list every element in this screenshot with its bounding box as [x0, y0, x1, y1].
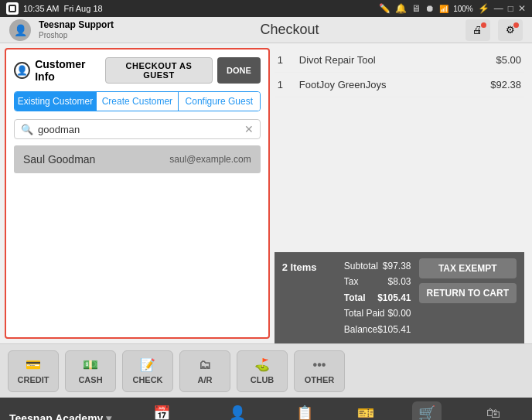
- club-icon: ⛳: [254, 357, 270, 372]
- payment-check-button[interactable]: 📝 CHECK: [122, 350, 173, 392]
- customer-result-row[interactable]: Saul Goodman saul@example.com: [14, 145, 261, 173]
- tab-configure-guest[interactable]: Configure Guest: [179, 92, 260, 111]
- cash-icon: 💵: [83, 357, 98, 372]
- tax-row: Tax $8.03: [344, 274, 411, 289]
- ar-label: A/R: [198, 375, 213, 384]
- subtotal-row: Subtotal $97.38: [344, 258, 411, 274]
- shop-name-chevron: ▾: [106, 412, 111, 420]
- total-value: $105.41: [377, 290, 411, 306]
- app-logo: [6, 2, 19, 15]
- customer-info-header: 👤 Customer Info CHECKOUT AS GUEST DONE: [14, 57, 261, 84]
- checkout-as-guest-button[interactable]: CHECKOUT AS GUEST: [105, 57, 213, 84]
- credit-label: CREDIT: [18, 375, 49, 384]
- customer-info-panel: 👤 Customer Info CHECKOUT AS GUEST DONE E…: [5, 48, 270, 339]
- item-name-1: FootJoy GreenJoys: [299, 79, 490, 90]
- tickets-icon: 🎫: [357, 405, 374, 420]
- shop-name[interactable]: Teesnap Academy: [9, 412, 103, 420]
- nav-purchases[interactable]: 🛍 Purchases: [469, 402, 518, 421]
- cash-label: CASH: [78, 375, 102, 384]
- nav-tickets[interactable]: 🎫 Tickets: [347, 401, 384, 420]
- balance-label: Balance: [344, 322, 377, 337]
- item-qty-0: 1: [278, 54, 293, 66]
- ar-icon: 🗂: [199, 358, 211, 372]
- item-qty-1: 1: [278, 79, 293, 90]
- bolt-icon: ⚡: [478, 3, 489, 14]
- tabs-icon: 📋: [296, 405, 313, 420]
- clear-search-icon[interactable]: ✕: [244, 123, 254, 135]
- bell-icon: 🔔: [395, 3, 407, 14]
- customer-info-label: Customer Info: [35, 58, 105, 83]
- item-price-0: $5.00: [496, 54, 521, 66]
- display-icon: 🖥: [411, 3, 421, 14]
- close-icon[interactable]: ✕: [518, 3, 526, 14]
- other-label: OTHER: [305, 375, 335, 384]
- return-to-cart-button[interactable]: RETURN TO CART: [419, 283, 517, 303]
- menu-bar: 👤 Teesnap Support Proshop Checkout 🖨 ⚙: [0, 17, 532, 43]
- cart-summary: 2 Items Subtotal $97.38 Tax $8.03 Total …: [275, 252, 524, 343]
- user-avatar: 👤: [9, 19, 31, 41]
- balance-value: $105.41: [377, 322, 411, 337]
- done-button[interactable]: DONE: [217, 57, 261, 84]
- payment-other-button[interactable]: ••• OTHER: [294, 350, 345, 392]
- main-content: 👤 Customer Info CHECKOUT AS GUEST DONE E…: [0, 43, 532, 343]
- nav-tabs[interactable]: 📋 Tabs: [290, 401, 319, 420]
- total-label: Total: [344, 290, 366, 306]
- search-input[interactable]: [38, 124, 244, 135]
- cart-item-1: 1 FootJoy GreenJoys $92.38: [275, 73, 524, 97]
- page-title: Checkout: [261, 22, 319, 38]
- payment-club-button[interactable]: ⛳ CLUB: [237, 350, 288, 392]
- print-button[interactable]: 🖨: [466, 19, 490, 41]
- total-paid-value: $0.00: [388, 306, 411, 321]
- cart-panel: 1 Divot Repair Tool $5.00 1 FootJoy Gree…: [275, 43, 532, 343]
- wifi-icon: 📶: [439, 5, 448, 13]
- check-label: CHECK: [132, 375, 162, 384]
- pencil-icon: ✏️: [379, 3, 390, 14]
- other-icon: •••: [313, 358, 326, 372]
- customer-name: Saul Goodman: [23, 153, 95, 166]
- tax-value: $8.03: [388, 274, 411, 289]
- payment-bar: 💳 CREDIT 💵 CASH 📝 CHECK 🗂 A/R ⛳ CLUB •••…: [0, 343, 532, 398]
- customers-icon: 👤: [229, 405, 246, 420]
- total-paid-label: Total Paid: [344, 306, 385, 321]
- credit-icon: 💳: [26, 357, 41, 372]
- club-label: CLUB: [251, 375, 275, 384]
- tax-label: Tax: [344, 274, 359, 289]
- date-display: Fri Aug 18: [63, 4, 102, 13]
- search-box: 🔍 ✕: [14, 119, 261, 139]
- tab-existing-customer[interactable]: Existing Customer: [15, 92, 97, 111]
- check-icon: 📝: [140, 357, 155, 372]
- item-name-0: Divot Repair Tool: [299, 54, 496, 66]
- item-price-1: $92.38: [490, 79, 521, 90]
- tax-exempt-button[interactable]: TAX EXEMPT: [419, 258, 517, 278]
- subtotal-value: $97.38: [383, 258, 411, 274]
- payment-cash-button[interactable]: 💵 CASH: [65, 350, 116, 392]
- maximize-icon[interactable]: □: [508, 3, 513, 14]
- nav-customers[interactable]: 👤 Customers: [213, 401, 262, 420]
- cart-item-0: 1 Divot Repair Tool $5.00: [275, 48, 524, 73]
- summary-details: Subtotal $97.38 Tax $8.03 Total $105.41 …: [344, 258, 411, 337]
- shop-name-container: Teesnap Academy ▾: [0, 412, 124, 420]
- record-icon: ⏺: [425, 3, 435, 14]
- cart-icon: 🛒: [418, 405, 435, 420]
- items-count-label: 2 Items: [282, 258, 344, 273]
- total-paid-row: Total Paid $0.00: [344, 306, 411, 321]
- subtotal-label: Subtotal: [344, 258, 378, 274]
- tab-create-customer[interactable]: Create Customer: [97, 92, 179, 111]
- user-name: Teesnap Support: [39, 19, 114, 30]
- minimize-icon[interactable]: —: [494, 3, 503, 14]
- settings-button[interactable]: ⚙: [498, 19, 523, 41]
- bottom-nav: Teesnap Academy ▾ 📅 Tee Sheet 👤 Customer…: [0, 398, 532, 420]
- bottom-nav-items: 📅 Tee Sheet 👤 Customers 📋 Tabs 🎫 Tickets…: [124, 401, 532, 420]
- cart-items-list: 1 Divot Repair Tool $5.00 1 FootJoy Gree…: [275, 48, 524, 252]
- payment-credit-button[interactable]: 💳 CREDIT: [8, 350, 59, 392]
- payment-ar-button[interactable]: 🗂 A/R: [179, 350, 230, 392]
- balance-row: Balance $105.41: [344, 322, 411, 337]
- nav-tee-sheet[interactable]: 📅 Tee Sheet: [138, 401, 185, 420]
- user-role: Proshop: [39, 31, 114, 40]
- nav-cart[interactable]: 🛒 Cart: [412, 401, 442, 420]
- user-info: Teesnap Support Proshop: [39, 19, 114, 39]
- title-bar: 10:35 AM Fri Aug 18 ✏️ 🔔 🖥 ⏺ 📶 100% ⚡ — …: [0, 0, 532, 17]
- person-icon: 👤: [14, 62, 30, 79]
- battery-display: 100%: [453, 5, 473, 13]
- purchases-icon: 🛍: [486, 405, 500, 421]
